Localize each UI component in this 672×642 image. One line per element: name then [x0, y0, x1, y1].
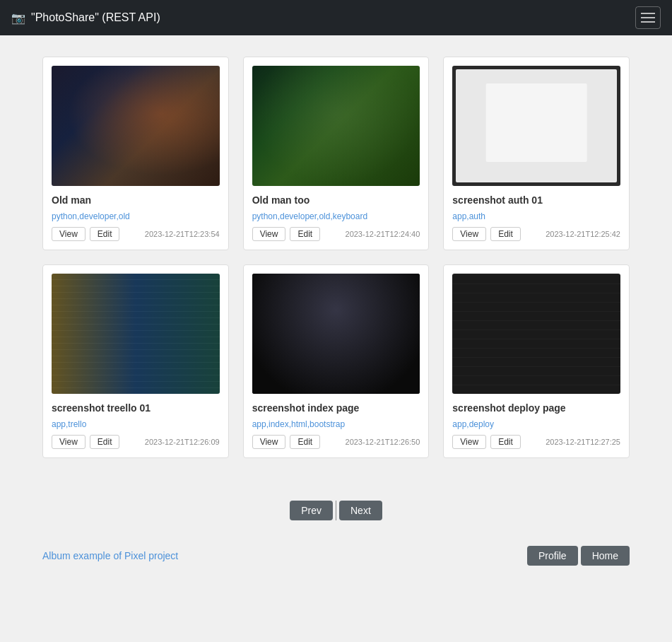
photo-title: screenshot index page: [252, 402, 420, 414]
navbar: 📷 "PhotoShare" (REST API): [0, 0, 672, 35]
photo-tags: app,index,html,bootstrap: [252, 419, 420, 429]
photo-footer: View Edit 2023-12-21T12:24:40: [252, 227, 420, 241]
footer-album-text: Album example of Pixel project: [42, 550, 178, 561]
photo-footer: View Edit 2023-12-21T12:26:09: [52, 435, 220, 449]
photo-card: screenshot auth 01 app,auth View Edit 20…: [443, 57, 630, 250]
edit-button[interactable]: Edit: [290, 435, 320, 449]
photo-title: Old man: [52, 194, 220, 206]
navbar-toggler[interactable]: [635, 6, 661, 29]
photo-card: screenshot deploy page app,deploy View E…: [443, 264, 630, 458]
edit-button[interactable]: Edit: [90, 227, 120, 241]
navbar-brand: 📷 "PhotoShare" (REST API): [11, 11, 160, 25]
photo-tags: python,developer,old: [52, 211, 220, 221]
photo-date: 2023-12-21T12:23:54: [145, 230, 220, 238]
photo-date: 2023-12-21T12:26:09: [145, 438, 220, 446]
footer: Album example of Pixel project Profile H…: [0, 535, 672, 577]
photo-date: 2023-12-21T12:25:42: [546, 230, 620, 238]
footer-actions: Profile Home: [527, 546, 630, 566]
photo-thumbnail: [452, 274, 620, 394]
photo-tags: app,trello: [52, 419, 220, 429]
home-button[interactable]: Home: [581, 546, 630, 566]
photo-grid: Old man python,developer,old View Edit 2…: [42, 57, 630, 458]
photo-card: Old man python,developer,old View Edit 2…: [42, 57, 229, 250]
photo-card: screenshot treello 01 app,trello View Ed…: [42, 264, 229, 458]
next-button[interactable]: Next: [339, 501, 382, 520]
photo-footer: View Edit 2023-12-21T12:25:42: [452, 227, 620, 241]
photo-thumbnail: [252, 274, 420, 394]
edit-button[interactable]: Edit: [90, 435, 120, 449]
photo-tags: app,deploy: [452, 419, 620, 429]
profile-button[interactable]: Profile: [527, 546, 578, 566]
view-button[interactable]: View: [52, 227, 86, 241]
pagination: Prev Next: [0, 501, 672, 520]
photo-date: 2023-12-21T12:26:50: [346, 438, 420, 446]
photo-footer: View Edit 2023-12-21T12:27:25: [452, 435, 620, 449]
photo-title: screenshot auth 01: [452, 194, 620, 206]
photo-card: screenshot index page app,index,html,boo…: [243, 264, 430, 458]
photo-tags: app,auth: [452, 211, 620, 221]
photo-title: screenshot deploy page: [452, 402, 620, 414]
view-button[interactable]: View: [452, 435, 486, 449]
photo-footer: View Edit 2023-12-21T12:23:54: [52, 227, 220, 241]
edit-button[interactable]: Edit: [290, 227, 320, 241]
view-button[interactable]: View: [252, 435, 286, 449]
edit-button[interactable]: Edit: [490, 435, 521, 449]
toggler-bar: [641, 17, 655, 18]
photo-footer: View Edit 2023-12-21T12:26:50: [252, 435, 420, 449]
photo-thumbnail: [252, 66, 420, 186]
photo-thumbnail: [452, 66, 620, 186]
view-button[interactable]: View: [252, 227, 286, 241]
photo-thumbnail: [52, 274, 220, 394]
photo-title: screenshot treello 01: [52, 402, 220, 414]
photo-tags: python,developer,old,keyboard: [252, 211, 420, 221]
photo-title: Old man too: [252, 194, 420, 206]
view-button[interactable]: View: [52, 435, 86, 449]
toggler-bar: [641, 21, 655, 23]
photo-date: 2023-12-21T12:24:40: [346, 230, 420, 238]
photo-date: 2023-12-21T12:27:25: [546, 438, 620, 446]
camera-icon: 📷: [11, 11, 25, 25]
prev-button[interactable]: Prev: [290, 501, 333, 520]
edit-button[interactable]: Edit: [490, 227, 521, 241]
toggler-bar: [641, 13, 655, 14]
main-content: Old man python,developer,old View Edit 2…: [0, 35, 672, 472]
photo-thumbnail: [52, 66, 220, 186]
photo-card: Old man too python,developer,old,keyboar…: [243, 57, 430, 250]
page-divider: [336, 501, 336, 520]
view-button[interactable]: View: [452, 227, 486, 241]
navbar-title: "PhotoShare" (REST API): [31, 11, 160, 24]
